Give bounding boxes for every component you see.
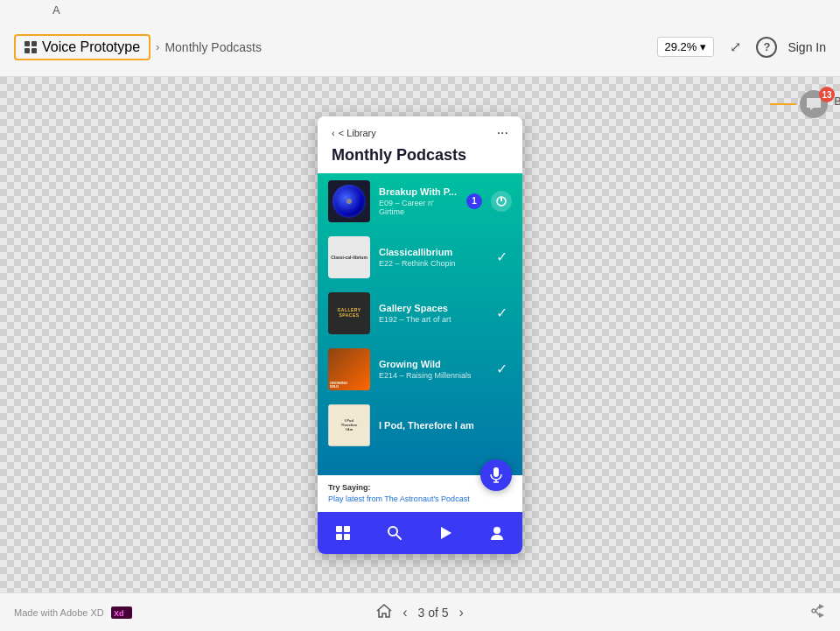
voice-text: Try Saying: Play latest from The Astrona… [328,482,470,504]
footer-home-button[interactable] [376,604,392,621]
podcast-episode-growing: E214 – Raising Millennials [379,371,482,380]
back-label: < Library [339,128,376,138]
footer-left: Made with Adobe XD Xd [14,606,132,619]
voice-input-area: Try Saying: Play latest from The Astrona… [318,475,522,511]
comment-bubble[interactable]: 13 [800,90,831,122]
speech-bubble-svg [806,97,822,111]
label-a: A [52,4,60,17]
search-nav-svg [387,525,402,541]
podcast-item-ipod[interactable]: I PodThereforeI Am I Pod, Therefore I am [318,397,522,453]
podcast-item-classical[interactable]: Classi-cal-librium Classicallibrium E22 … [318,229,522,285]
podcast-info-gallery: Gallery Spaces E192 – The art of art [379,303,482,324]
growing-thumb-inner: GROWINGWILD [328,348,370,390]
check-icon-classical: ✓ [496,249,508,265]
svg-line-18 [816,606,819,611]
zoom-selector[interactable]: 29.2% ▾ [657,37,715,57]
help-button[interactable]: ? [756,37,777,58]
phone-content: ‹ < Library ··· Monthly Podcasts Breakup… [318,116,522,554]
expand-icon: ⤢ [730,39,741,55]
vinyl-record-icon [332,185,366,218]
zoom-dropdown-icon: ▾ [700,40,706,53]
podcast-name-ipod: I Pod, Therefore I am [379,420,512,431]
podcast-status-gallery[interactable]: ✓ [491,303,512,324]
podcast-name-classical: Classicallibrium [379,247,482,257]
svg-rect-7 [336,534,342,540]
ipod-thumb-text: I PodThereforeI Am [341,418,357,432]
podcast-thumb-growing: GROWINGWILD [328,348,370,390]
canvas-area: ‹ < Library ··· Monthly Podcasts Breakup… [0,77,840,592]
home-icon [376,604,392,618]
podcast-item-gallery[interactable]: GALLERYSPACES Gallery Spaces E192 – The … [318,285,522,341]
comment-icon[interactable]: 13 [800,90,831,122]
podcast-thumb-ipod: I PodThereforeI Am [328,404,370,446]
svg-rect-2 [494,467,499,477]
podcast-thumb-breakup [328,180,370,222]
podcast-info-classical: Classicallibrium E22 – Rethink Chopin [379,247,482,268]
nav-search-icon[interactable] [382,521,407,545]
check-icon-gallery: ✓ [496,305,508,321]
gallery-thumb-text: GALLERYSPACES [337,308,360,318]
help-icon: ? [763,40,770,53]
voice-prototype-breadcrumb[interactable]: Voice Prototype [14,34,150,60]
header-inner: Voice Prototype › Monthly Podcasts 29.2%… [0,28,840,67]
phone-topbar: ‹ < Library ··· [318,116,522,146]
check-icon-growing: ✓ [496,361,508,377]
podcast-item-breakup[interactable]: Breakup With P... E09 – Career n' Girtim… [318,173,522,229]
playing-icon [491,191,512,212]
adobe-xd-logo-icon: Xd [111,606,132,619]
try-saying-label: Try Saying: [328,483,371,492]
footer-bar: Made with Adobe XD Xd ‹ 3 of 5 › [0,592,840,631]
expand-button[interactable]: ⤢ [724,37,746,58]
gallery-thumb-inner: GALLERYSPACES [328,292,370,334]
podcast-status-growing[interactable]: ✓ [491,359,512,380]
podcast-info-breakup: Breakup With P... E09 – Career n' Girtim… [379,186,458,216]
profile-nav-svg [489,525,505,541]
podcast-name-breakup: Breakup With P... [379,186,458,197]
svg-marker-15 [819,604,824,609]
unread-badge-breakup: 1 [466,193,482,209]
grid-nav-icon [334,524,352,542]
podcast-info-ipod: I Pod, Therefore I am [379,420,512,431]
svg-point-12 [494,527,500,534]
podcast-name-gallery: Gallery Spaces [379,303,482,313]
podcast-episode-gallery: E192 – The art of art [379,315,482,324]
svg-rect-6 [344,526,350,532]
podcast-episode-classical: E22 – Rethink Chopin [379,259,482,268]
phone-mockup: ‹ < Library ··· Monthly Podcasts Breakup… [318,116,522,554]
nav-play-icon[interactable] [433,521,458,545]
podcast-status-breakup[interactable] [491,191,512,212]
podcast-item-growing[interactable]: GROWINGWILD Growing Wild E214 – Raising … [318,341,522,397]
play-nav-svg [438,525,453,541]
podcast-status-classical[interactable]: ✓ [491,247,512,268]
mic-button[interactable] [480,459,512,491]
footer-nav: ‹ 3 of 5 › [376,604,464,621]
power-icon-svg [496,196,507,207]
breadcrumb-section: Voice Prototype › Monthly Podcasts [14,34,657,60]
header-bar: Voice Prototype › Monthly Podcasts 29.2%… [0,0,840,77]
svg-rect-1 [500,198,502,201]
footer-prev-button[interactable]: ‹ [402,605,407,620]
label-b: B [834,95,840,108]
phone-page-title: Monthly Podcasts [318,146,522,173]
svg-line-19 [816,611,819,615]
header-right: 29.2% ▾ ⤢ ? Sign In [657,37,826,58]
back-button[interactable]: ‹ < Library [332,128,376,138]
sign-in-button[interactable]: Sign In [788,40,826,54]
podcast-episode-breakup: E09 – Career n' Girtime [379,199,458,216]
svg-text:Xd: Xd [114,609,124,618]
podcast-info-growing: Growing Wild E214 – Raising Millennials [379,359,482,380]
classical-thumb-text: Classi-cal-librium [331,255,368,260]
zoom-value: 29.2% [665,40,697,53]
share-icon[interactable] [810,603,826,622]
svg-point-17 [812,609,816,613]
nav-profile-icon[interactable] [485,521,509,545]
grid-icon [24,41,37,53]
footer-next-button[interactable]: › [459,605,464,620]
svg-line-10 [396,535,401,539]
ipod-thumb-inner: I PodThereforeI Am [328,404,370,446]
comment-count-badge: 13 [819,87,835,102]
more-options-button[interactable]: ··· [497,125,508,141]
back-arrow-icon: ‹ [332,128,335,138]
growing-thumb-text: GROWINGWILD [330,382,347,389]
nav-home-icon[interactable] [331,521,355,545]
